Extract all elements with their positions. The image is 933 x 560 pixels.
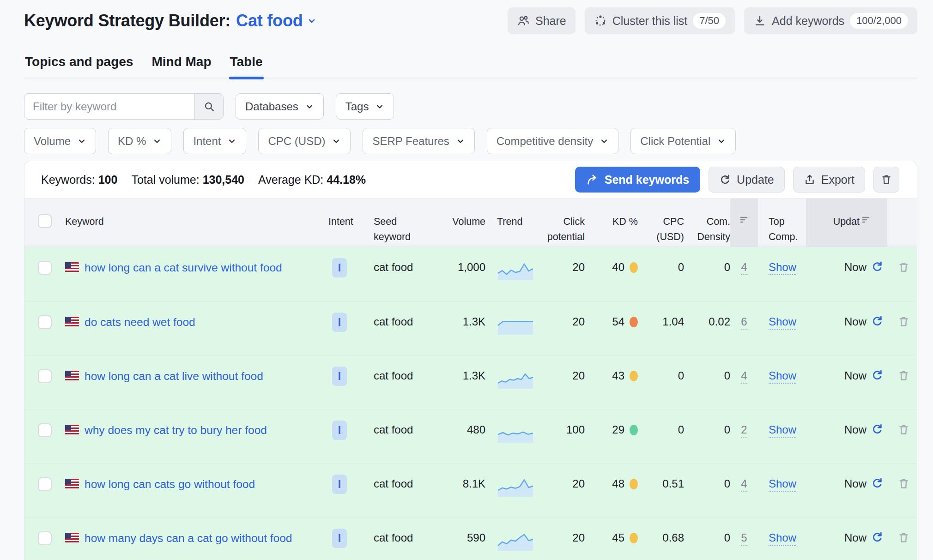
column-header-kd[interactable]: KD % — [585, 199, 638, 247]
column-header-com-density[interactable]: Com. Density — [684, 199, 730, 247]
refresh-icon[interactable] — [871, 315, 884, 327]
show-top-competitors-link[interactable]: Show — [769, 477, 796, 492]
trash-icon[interactable] — [897, 369, 910, 382]
keywords-table-card: Keywords: 100 Total volume: 130,540 Aver… — [24, 161, 917, 560]
intent-badge[interactable]: I — [332, 367, 347, 386]
seed-keyword-cell: cat food — [365, 301, 425, 355]
delete-list-button[interactable] — [873, 167, 899, 193]
intent-badge[interactable]: I — [332, 475, 347, 494]
serp-features-count[interactable]: 4 — [741, 261, 747, 275]
databases-label: Databases — [245, 100, 298, 113]
column-header-serp-features-sort[interactable] — [730, 199, 758, 247]
serp-features-count[interactable]: 6 — [741, 315, 747, 330]
list-name-label: Cat food — [236, 11, 303, 30]
keyword-link[interactable]: why does my cat try to bury her food — [85, 423, 267, 437]
click-potential-filter[interactable]: Click Potential — [630, 128, 736, 154]
trash-icon[interactable] — [897, 315, 910, 328]
tab-topics-and-pages[interactable]: Topics and pages — [24, 54, 134, 78]
tab-mind-map[interactable]: Mind Map — [151, 54, 212, 78]
row-checkbox[interactable] — [38, 261, 52, 275]
refresh-icon[interactable] — [871, 260, 884, 273]
serp-features-count[interactable]: 4 — [741, 369, 747, 384]
column-header-volume[interactable]: Volume — [425, 199, 485, 247]
cluster-label: Cluster this list — [612, 14, 688, 28]
refresh-icon[interactable] — [871, 477, 884, 489]
table-header: Keyword Intent Seed keyword Volume Trend… — [24, 198, 917, 247]
export-button[interactable]: Export — [793, 167, 865, 193]
show-top-competitors-link[interactable]: Show — [769, 369, 796, 384]
tags-dropdown[interactable]: Tags — [336, 93, 394, 120]
trash-icon[interactable] — [897, 261, 910, 273]
keyword-link[interactable]: how long can cats go without food — [85, 477, 255, 491]
cpc-filter[interactable]: CPC (USD) — [258, 128, 351, 154]
trash-icon[interactable] — [897, 477, 910, 490]
kd-filter[interactable]: KD % — [108, 128, 171, 154]
keyword-link[interactable]: how many days can a cat go without food — [85, 531, 292, 545]
show-top-competitors-link[interactable]: Show — [769, 315, 796, 330]
column-header-top-comp[interactable]: Top Comp. — [758, 199, 806, 247]
refresh-icon[interactable] — [871, 369, 884, 381]
view-tabs: Topics and pages Mind Map Table — [24, 54, 917, 78]
column-header-intent[interactable]: Intent — [328, 199, 365, 247]
competitive-density-filter[interactable]: Competitive density — [487, 128, 618, 154]
column-header-updated[interactable]: Updat — [806, 199, 887, 247]
share-button[interactable]: Share — [508, 7, 576, 34]
cluster-count-badge: 7/50 — [693, 13, 726, 29]
summary-actions: Send keywords Update Export — [575, 167, 899, 193]
intent-badge[interactable]: I — [332, 421, 347, 440]
us-flag-icon — [65, 262, 79, 272]
send-keywords-button[interactable]: Send keywords — [575, 167, 700, 193]
intent-filter[interactable]: Intent — [183, 128, 246, 154]
cpc-filter-label: CPC (USD) — [268, 135, 325, 148]
keyword-link[interactable]: how long can a cat live without food — [85, 369, 263, 383]
intent-badge[interactable]: I — [332, 529, 347, 548]
filters: Databases Tags Volume KD % Intent C — [24, 93, 917, 154]
chevron-down-icon — [456, 137, 465, 146]
competitive-density-filter-label: Competitive density — [497, 135, 593, 148]
sort-icon — [860, 214, 872, 225]
add-keywords-button[interactable]: Add keywords 100/2,000 — [744, 7, 917, 34]
keyword-link[interactable]: do cats need wet food — [85, 315, 195, 329]
search-button[interactable] — [194, 94, 223, 119]
trash-icon[interactable] — [897, 531, 910, 544]
serp-features-count[interactable]: 2 — [741, 423, 747, 438]
column-header-cpc[interactable]: CPC (USD) — [638, 199, 684, 247]
show-top-competitors-link[interactable]: Show — [769, 423, 796, 438]
show-top-competitors-link[interactable]: Show — [769, 531, 796, 546]
cluster-this-list-button[interactable]: Cluster this list 7/50 — [585, 7, 735, 34]
row-checkbox[interactable] — [38, 477, 52, 491]
row-checkbox[interactable] — [38, 369, 52, 383]
volume-filter[interactable]: Volume — [24, 128, 96, 154]
list-name-dropdown[interactable]: Cat food — [236, 11, 317, 30]
kd-filter-label: KD % — [118, 135, 146, 148]
click-potential-cell: 20 — [536, 464, 585, 517]
table-row: how long can a cat live without food I c… — [24, 355, 917, 409]
intent-badge[interactable]: I — [332, 313, 347, 332]
serp-features-count[interactable]: 4 — [741, 477, 747, 492]
total-volume-stat: Total volume: 130,540 — [131, 173, 244, 187]
serp-features-filter[interactable]: SERP Features — [363, 128, 474, 154]
trash-icon[interactable] — [897, 423, 910, 436]
serp-features-count[interactable]: 5 — [741, 531, 747, 546]
databases-dropdown[interactable]: Databases — [236, 93, 324, 120]
tab-table[interactable]: Table — [229, 54, 264, 78]
row-checkbox[interactable] — [38, 315, 52, 329]
update-button[interactable]: Update — [709, 167, 785, 193]
us-flag-icon — [65, 479, 79, 489]
show-top-competitors-link[interactable]: Show — [769, 261, 796, 275]
column-header-trend[interactable]: Trend — [485, 199, 536, 247]
intent-filter-label: Intent — [193, 135, 221, 148]
click-potential-cell: 20 — [536, 518, 585, 560]
refresh-icon[interactable] — [871, 531, 884, 543]
refresh-icon[interactable] — [871, 423, 884, 435]
column-header-keyword[interactable]: Keyword — [65, 199, 328, 247]
select-all-checkbox[interactable] — [38, 214, 52, 228]
column-header-seed-keyword[interactable]: Seed keyword — [365, 199, 425, 247]
keyword-link[interactable]: how long can a cat survive without food — [85, 261, 282, 274]
updated-value: Now — [844, 477, 866, 490]
column-header-click-potential[interactable]: Click potential — [536, 199, 585, 247]
row-checkbox[interactable] — [38, 531, 52, 545]
row-checkbox[interactable] — [38, 423, 52, 437]
intent-badge[interactable]: I — [332, 258, 347, 277]
keyword-filter-input[interactable] — [24, 94, 194, 119]
